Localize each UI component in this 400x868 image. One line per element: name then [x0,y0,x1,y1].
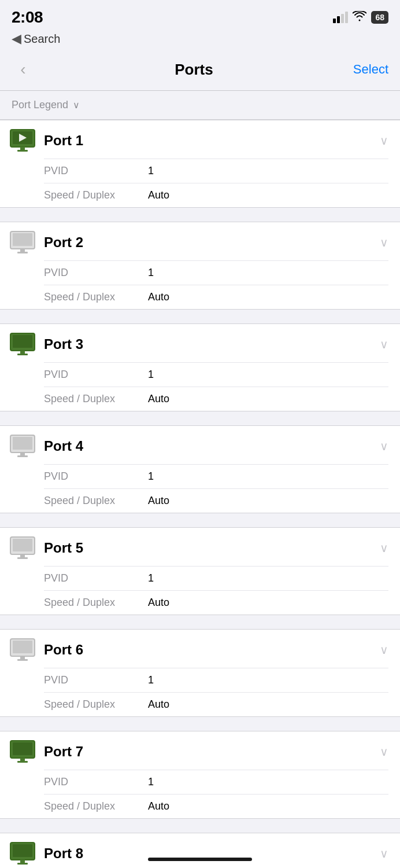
back-button[interactable]: ◀ Search [12,31,388,46]
port-chevron-icon-7: ∨ [380,745,388,759]
port-divider-7 [0,819,400,833]
svg-rect-4 [17,150,28,152]
speed-value-1: Auto [148,189,169,201]
port-details-4: PVID 1 Speed / Duplex Auto [0,464,400,513]
port-section-7: Port 7 ∨ PVID 1 Speed / Duplex Auto [0,731,400,819]
port-icon-6 [9,639,36,661]
speed-value-6: Auto [148,698,169,711]
port-pvid-row-2: PVID 1 [44,260,388,285]
pvid-value-1: 1 [148,165,154,177]
port-chevron-icon-3: ∨ [380,337,388,351]
port-header-left-6: Port 6 [9,639,83,661]
port-chevron-icon-8: ∨ [380,847,388,860]
battery-icon: 68 [371,11,388,24]
port-section-6: Port 6 ∨ PVID 1 Speed / Duplex Auto [0,629,400,717]
port-chevron-icon-5: ∨ [380,541,388,555]
svg-rect-19 [20,554,25,557]
nav-back-chevron-icon: ‹ [20,60,25,79]
svg-rect-15 [20,453,25,455]
port-icon-4 [9,435,36,457]
svg-rect-22 [13,641,32,653]
speed-label-6: Speed / Duplex [44,698,148,711]
select-button[interactable]: Select [353,62,388,77]
speed-label-4: Speed / Duplex [44,495,148,507]
svg-rect-31 [20,860,25,863]
pvid-label-5: PVID [44,572,148,584]
svg-rect-26 [13,742,32,755]
port-section-1: Port 1 ∨ PVID 1 Speed / Duplex Auto [0,120,400,208]
port-speed-row-3: Speed / Duplex Auto [44,387,388,411]
svg-rect-18 [13,539,32,551]
port-icon-2 [9,231,36,253]
pvid-value-3: 1 [148,369,154,381]
svg-rect-11 [20,351,25,354]
port-speed-row-4: Speed / Duplex Auto [44,488,388,513]
port-details-7: PVID 1 Speed / Duplex Auto [0,770,400,818]
port-pvid-row-4: PVID 1 [44,464,388,488]
port-chevron-icon-4: ∨ [380,439,388,453]
port-icon-1 [9,130,36,152]
port-section-2: Port 2 ∨ PVID 1 Speed / Duplex Auto [0,222,400,310]
port-icon-3 [9,333,36,355]
port-details-5: PVID 1 Speed / Duplex Auto [0,566,400,615]
port-header-1[interactable]: Port 1 ∨ [0,120,400,159]
port-speed-row-2: Speed / Duplex Auto [44,285,388,309]
port-header-3[interactable]: Port 3 ∨ [0,324,400,362]
port-header-left-5: Port 5 [9,537,83,559]
port-pvid-row-1: PVID 1 [44,159,388,183]
port-section-3: Port 3 ∨ PVID 1 Speed / Duplex Auto [0,323,400,411]
pvid-label-4: PVID [44,470,148,483]
port-speed-row-6: Speed / Duplex Auto [44,692,388,716]
port-header-7[interactable]: Port 7 ∨ [0,731,400,770]
port-legend-row[interactable]: Port Legend ∨ [0,91,400,120]
speed-label-5: Speed / Duplex [44,597,148,609]
nav-bar: ‹ Ports Select [0,52,400,91]
speed-label-1: Speed / Duplex [44,189,148,201]
pvid-label-1: PVID [44,165,148,177]
speed-label-7: Speed / Duplex [44,800,148,812]
port-header-left-7: Port 7 [9,741,83,763]
port-header-4[interactable]: Port 4 ∨ [0,426,400,464]
port-chevron-icon-6: ∨ [380,643,388,657]
port-pvid-row-5: PVID 1 [44,566,388,590]
port-icon-5 [9,537,36,559]
port-header-left-4: Port 4 [9,435,83,457]
port-section-5: Port 5 ∨ PVID 1 Speed / Duplex Auto [0,527,400,615]
page-title: Ports [175,61,213,79]
port-header-8[interactable]: Port 8 ∨ [0,833,400,868]
svg-rect-14 [13,437,32,450]
back-chevron-icon: ◀ [12,31,21,46]
port-header-5[interactable]: Port 5 ∨ [0,528,400,566]
svg-rect-20 [17,557,28,559]
port-icon-8 [9,843,36,865]
port-name-5: Port 5 [44,540,83,556]
speed-value-3: Auto [148,393,169,405]
nav-back-button[interactable]: ‹ [12,58,35,81]
port-name-7: Port 7 [44,744,83,760]
port-header-left-1: Port 1 [9,130,83,152]
port-name-2: Port 2 [44,234,83,251]
pvid-label-6: PVID [44,674,148,686]
port-name-1: Port 1 [44,133,83,149]
svg-rect-27 [20,758,25,761]
home-indicator [148,858,252,861]
port-pvid-row-7: PVID 1 [44,770,388,794]
back-label: Search [24,32,60,46]
svg-rect-7 [20,249,25,252]
speed-value-7: Auto [148,800,169,812]
port-divider-6 [0,717,400,731]
signal-icon [333,12,348,23]
speed-value-2: Auto [148,291,169,303]
port-name-3: Port 3 [44,336,83,352]
port-header-6[interactable]: Port 6 ∨ [0,630,400,668]
pvid-value-7: 1 [148,776,154,788]
port-chevron-icon-1: ∨ [380,134,388,148]
port-name-8: Port 8 [44,845,83,862]
svg-rect-32 [17,863,28,865]
svg-rect-10 [13,335,32,348]
port-details-3: PVID 1 Speed / Duplex Auto [0,362,400,411]
port-chevron-icon-2: ∨ [380,236,388,249]
status-time: 2:08 [12,8,43,27]
port-header-2[interactable]: Port 2 ∨ [0,222,400,260]
port-name-4: Port 4 [44,438,83,454]
